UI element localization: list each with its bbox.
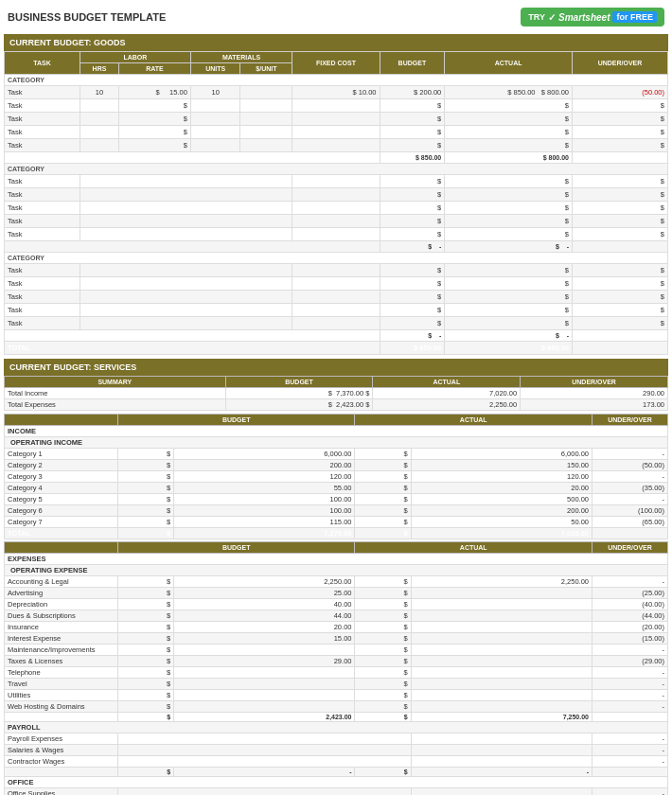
- exp-budget-col: BUDGET: [118, 542, 355, 554]
- category-3-label: CATEGORY: [5, 253, 668, 264]
- table-row: Task $ $ $: [5, 304, 668, 317]
- labor-header: LABOR: [80, 52, 191, 63]
- table-row: Task $ $ $ $: [5, 126, 668, 139]
- try-text: TRY: [528, 12, 545, 22]
- exp-underover: (44.00): [592, 610, 668, 622]
- units-header: UNITS: [190, 63, 240, 75]
- budget-cell: $: [380, 215, 445, 228]
- dollar: $: [118, 471, 174, 483]
- exp-actual: [411, 667, 592, 679]
- filler2: [411, 733, 592, 745]
- task-cell: Task: [5, 188, 80, 202]
- income-underover: (35.00): [592, 483, 668, 494]
- exp-row: Insurance $ 20.00 $ (20.00): [5, 622, 668, 633]
- dollar: $: [118, 610, 174, 622]
- actual-cell: $: [445, 228, 573, 241]
- exp-row: Web Hosting & Domains $ $ -: [5, 701, 668, 713]
- filler: [80, 175, 292, 188]
- fixed-cost-cell: [292, 264, 380, 277]
- exp-underover: -: [592, 690, 668, 701]
- payroll-label: PAYROLL: [5, 722, 668, 733]
- income-row-2: Category 2 $ 200.00 $ 150.00 (50.00): [5, 460, 668, 471]
- total-budget: $ 850.00: [380, 342, 445, 355]
- income-row-5: Category 5 $ 100.00 $ 500.00 -: [5, 494, 668, 505]
- income-total-actual: 7,025.00: [411, 528, 592, 539]
- dollar: $: [355, 483, 411, 494]
- income-budget: 200.00: [174, 460, 355, 471]
- underover-col: UNDER/OVER: [521, 377, 668, 388]
- summary-income-underover: 290.00: [521, 388, 668, 399]
- income-budget: 100.00: [174, 505, 355, 517]
- dollar: $: [355, 505, 411, 517]
- materials-header: MATERIALS: [190, 52, 292, 63]
- table-row: Task $ $ $: [5, 188, 668, 202]
- budget-cell: $: [380, 264, 445, 277]
- rate-cell: $: [118, 126, 190, 139]
- filler: [80, 277, 292, 291]
- page-title: BUSINESS BUDGET TEMPLATE: [8, 11, 166, 23]
- dollar: $: [118, 690, 174, 701]
- exp-row: Salaries & Wages -: [5, 745, 668, 756]
- income-total-underover: [592, 528, 668, 539]
- services-expenses-table: BUDGET ACTUAL UNDER/OVER EXPENSES OPERAT…: [4, 541, 668, 795]
- budget-cell: $: [380, 175, 445, 188]
- operating-income-label: OPERATING INCOME: [5, 437, 668, 449]
- exp-underover: (29.00): [592, 656, 668, 667]
- filler: [80, 215, 292, 228]
- page: BUSINESS BUDGET TEMPLATE TRY ✓ Smartshee…: [0, 0, 672, 795]
- smartsheet-button[interactable]: TRY ✓ Smartsheet for FREE: [521, 8, 664, 26]
- exp-underover: (20.00): [592, 622, 668, 633]
- income-cat: Category 1: [5, 449, 118, 460]
- dollar: $: [355, 494, 411, 505]
- goods-total-row: TOTAL $ 850.00 $ 800.00: [5, 342, 668, 355]
- total-label: TOTAL: [5, 342, 380, 355]
- table-row: Task $ $ $ $: [5, 113, 668, 126]
- exp-budget: 44.00: [174, 610, 355, 622]
- fixed-cost-cell: [292, 188, 380, 202]
- income-actual: 200.00: [411, 505, 592, 517]
- income-cat: Category 3: [5, 471, 118, 483]
- dollar: $: [118, 633, 174, 645]
- exp-underover: -: [592, 645, 668, 656]
- dollar: $: [118, 494, 174, 505]
- exp-actual-col: ACTUAL: [355, 542, 592, 554]
- fixed-cost-cell: [292, 113, 380, 126]
- rate-cell: $: [118, 113, 190, 126]
- exp-underover: -: [592, 701, 668, 713]
- actual-cell: $: [445, 202, 573, 215]
- underover-cell: $: [572, 188, 667, 202]
- fixed-cost-cell: [292, 126, 380, 139]
- exp-row: Advertising $ 25.00 $ (25.00): [5, 588, 668, 599]
- filler: [80, 228, 292, 241]
- dollar: $: [118, 679, 174, 690]
- exp-budget: 25.00: [174, 588, 355, 599]
- exp-row: Travel $ $ -: [5, 679, 668, 690]
- exp-cat: Dues & Subscriptions: [5, 610, 118, 622]
- actual-cell: $: [445, 317, 573, 330]
- actual-cell: $: [445, 291, 573, 304]
- subtotal-budget: 2,423.00: [174, 713, 355, 722]
- income-actual: 50.00: [411, 517, 592, 528]
- filler: [80, 317, 292, 330]
- exp-actual: [411, 656, 592, 667]
- income-budget: 6,000.00: [174, 449, 355, 460]
- services-income-table: BUDGET ACTUAL UNDER/OVER INCOME OPERATIN…: [4, 414, 668, 539]
- table-row: Task $ $ $: [5, 317, 668, 330]
- subtotal-label: [5, 330, 380, 342]
- exp-underover-col: UNDER/OVER: [592, 542, 668, 554]
- exp-budget: 15.00: [174, 633, 355, 645]
- income-actual: 120.00: [411, 471, 592, 483]
- table-row: Task $ $ $: [5, 215, 668, 228]
- exp-cat: Salaries & Wages: [5, 745, 118, 756]
- budget-cell: $: [380, 228, 445, 241]
- category-3-row: CATEGORY: [5, 253, 668, 264]
- inc-actual-col: ACTUAL: [355, 415, 592, 426]
- operating-expense-label: OPERATING EXPENSE: [5, 565, 668, 576]
- task-cell: Task: [5, 99, 80, 113]
- title-bar: BUSINESS BUDGET TEMPLATE TRY ✓ Smartshee…: [4, 4, 668, 30]
- office-label-row: OFFICE: [5, 777, 668, 788]
- dollar: $: [118, 701, 174, 713]
- exp-cat: Taxes & Licenses: [5, 656, 118, 667]
- smartsheet-brand: Smartsheet: [558, 12, 610, 23]
- subtotal-budget: $ -: [380, 241, 445, 253]
